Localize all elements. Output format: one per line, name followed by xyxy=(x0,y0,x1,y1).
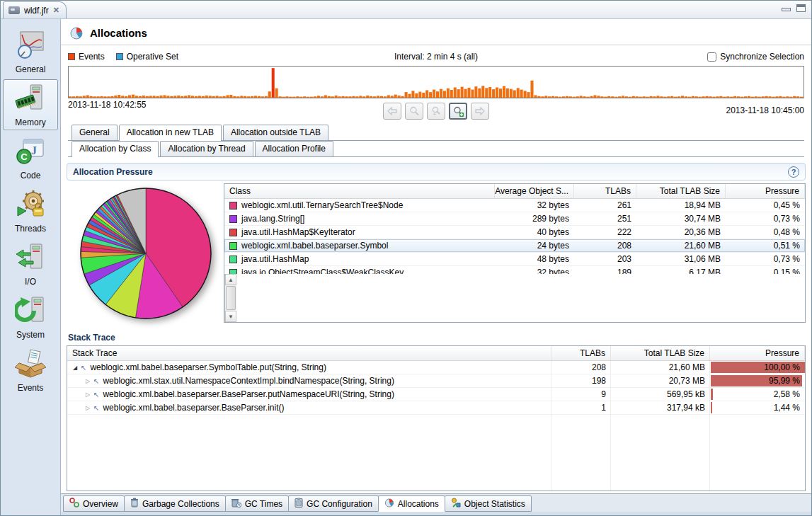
view-tab-label: Garbage Collections xyxy=(142,499,219,509)
sidebar-item-threads[interactable]: Threads xyxy=(3,185,58,236)
help-icon[interactable]: ? xyxy=(788,166,799,178)
class-cell: java.util.HashMap$KeyIterator xyxy=(224,226,495,239)
stack-trace-row[interactable]: ◢↖weblogic.xml.babel.baseparser.SymbolTa… xyxy=(67,361,805,374)
class-color-swatch xyxy=(229,269,237,275)
tab-allocation-in-new-tlab[interactable]: Allocation in new TLAB xyxy=(119,125,222,141)
legend-operative-set: Operative Set xyxy=(116,52,178,62)
stack-frame-icon: ↖ xyxy=(93,391,99,399)
pressure-bar xyxy=(711,402,712,413)
subtab-allocation-by-class[interactable]: Allocation by Class xyxy=(72,141,159,157)
avg-object-size-cell: 24 bytes xyxy=(495,239,574,252)
nav-forward-button[interactable] xyxy=(471,103,489,120)
scroll-down-icon[interactable]: ▼ xyxy=(225,311,236,322)
table-row[interactable]: java.util.HashMap48 bytes20331,06 MB0,73… xyxy=(224,253,805,266)
sidebar-item-general[interactable]: General xyxy=(3,26,58,77)
allocation-pie-chart[interactable] xyxy=(74,183,224,327)
sidebar-item-code[interactable]: JCCode xyxy=(3,132,58,183)
sidebar-item-events[interactable]: Events xyxy=(3,345,58,396)
synchronize-selection-label: Synchronize Selection xyxy=(720,52,804,62)
tree-collapsed-icon[interactable]: ▷ xyxy=(84,405,91,411)
tlabs-cell: 9 xyxy=(551,388,611,401)
column-header-total-tlab-size[interactable]: Total TLAB Size xyxy=(636,184,726,198)
nav-back-button[interactable] xyxy=(383,103,401,120)
overview-tab-icon xyxy=(69,498,79,510)
total-tlab-size-cell: 6,17 MB xyxy=(636,266,726,274)
view-tab-gcconfig[interactable]: GC Configuration xyxy=(288,495,379,512)
minimize-view-icon[interactable] xyxy=(782,8,791,11)
total-tlab-size-cell: 21,60 MB xyxy=(611,361,710,374)
column-header-tlabs[interactable]: TLABs xyxy=(574,184,636,198)
method-cell: ▷↖weblogic.xml.babel.baseparser.BasePars… xyxy=(67,388,551,401)
column-header-average-object-s-[interactable]: Average Object S... xyxy=(495,184,574,198)
class-color-swatch xyxy=(229,202,237,210)
sidebar-item-system[interactable]: System xyxy=(3,292,58,343)
zoom-selection-button[interactable] xyxy=(427,103,445,120)
sidebar-item-io[interactable]: I/O xyxy=(3,239,58,289)
timeline-start-timestamp: 2013-11-18 10:42:55 xyxy=(68,100,147,110)
tree-expanded-icon[interactable]: ◢ xyxy=(72,365,79,371)
column-header-class[interactable]: Class xyxy=(224,184,495,198)
table-row[interactable]: weblogic.xml.babel.baseparser.Symbol24 b… xyxy=(224,239,805,253)
total-tlab-size-cell: 569,95 kB xyxy=(611,388,710,401)
editor-tab-title: wldf.jfr xyxy=(24,6,49,16)
stack-trace-row[interactable]: ▷↖weblogic.xml.babel.baseparser.BasePars… xyxy=(67,401,805,415)
navigation-sidebar: GeneralMemoryJCCodeThreadsI/OSystemEvent… xyxy=(1,19,61,515)
objstats-tab-icon xyxy=(451,498,461,510)
subtab-allocation-profile[interactable]: Allocation Profile xyxy=(255,141,333,156)
stack-trace-title: Stack Trace xyxy=(67,327,806,345)
table-row[interactable]: weblogic.xml.util.TernarySearchTree$Node… xyxy=(224,199,805,212)
view-tab-gctimes[interactable]: GC Times xyxy=(225,495,289,512)
editor-tab-bar: wldf.jfr ✕ xyxy=(1,1,811,19)
timeline-chart[interactable] xyxy=(68,66,804,98)
st-column-header-pressure[interactable]: Pressure xyxy=(710,346,805,360)
zoom-out-button[interactable] xyxy=(405,103,423,120)
view-tab-objstats[interactable]: Object Statistics xyxy=(445,495,532,512)
tree-collapsed-icon[interactable]: ▷ xyxy=(84,378,91,384)
vertical-scrollbar[interactable]: ▲ ▼ xyxy=(224,274,236,322)
editor-tab-wldf[interactable]: wldf.jfr ✕ xyxy=(3,1,67,18)
svg-text:J: J xyxy=(31,144,37,156)
tree-collapsed-icon[interactable]: ▷ xyxy=(84,391,91,398)
view-tab-label: Object Statistics xyxy=(464,499,525,509)
subtab-allocation-by-thread[interactable]: Allocation by Thread xyxy=(160,141,253,156)
table-row[interactable]: java.util.HashMap$KeyIterator40 bytes222… xyxy=(224,226,805,239)
view-tab-gc[interactable]: Garbage Collections xyxy=(124,495,226,512)
timeline-nav-buttons xyxy=(383,103,489,120)
tab-allocation-outside-tlab[interactable]: Allocation outside TLAB xyxy=(223,125,328,140)
threads-icon xyxy=(15,190,46,222)
scroll-up-icon[interactable]: ▲ xyxy=(225,274,236,285)
tlabs-cell: 222 xyxy=(574,226,636,239)
sidebar-item-memory[interactable]: Memory xyxy=(3,79,58,130)
total-tlab-size-cell: 30,74 MB xyxy=(636,212,726,225)
allocation-pressure-title: Allocation Pressure xyxy=(73,167,153,177)
allocation-pressure-section: Allocation Pressure ? ClassAverage Objec… xyxy=(67,163,806,491)
maximize-view-icon[interactable] xyxy=(796,4,806,12)
code-icon: JC xyxy=(15,137,46,168)
class-color-swatch xyxy=(229,242,237,250)
st-column-header-total-tlab-size[interactable]: Total TLAB Size xyxy=(611,346,710,360)
total-tlab-size-cell: 18,94 MB xyxy=(636,199,726,212)
zoom-in-button[interactable] xyxy=(449,103,467,120)
tab-general[interactable]: General xyxy=(72,125,118,140)
scrollbar-thumb[interactable] xyxy=(226,286,236,310)
close-icon[interactable]: ✕ xyxy=(53,6,59,15)
tlabs-cell: 189 xyxy=(574,266,636,274)
stack-trace-row[interactable]: ▷↖weblogic.xml.stax.util.NamespaceContex… xyxy=(67,374,805,388)
st-column-header-stack-trace[interactable]: Stack Trace xyxy=(67,346,551,360)
sidebar-item-label: Memory xyxy=(15,117,45,127)
synchronize-selection-checkbox[interactable] xyxy=(707,52,716,62)
st-column-header-tlabs[interactable]: TLABs xyxy=(551,346,611,360)
sidebar-item-label: Events xyxy=(18,383,44,393)
view-tab-label: GC Configuration xyxy=(307,499,372,509)
stack-trace-row[interactable]: ▷↖weblogic.xml.babel.baseparser.BasePars… xyxy=(67,388,805,401)
table-row[interactable]: java.io.ObjectStreamClass$WeakClassKey32… xyxy=(224,266,805,274)
method-cell: ▷↖weblogic.xml.stax.util.NamespaceContex… xyxy=(67,374,551,387)
timeline-end-timestamp: 2013-11-18 10:45:00 xyxy=(726,105,804,115)
events-icon xyxy=(15,349,46,381)
column-header-pressure[interactable]: Pressure xyxy=(726,184,805,198)
view-tab-allocations[interactable]: Allocations xyxy=(378,495,445,512)
view-tab-overview[interactable]: Overview xyxy=(63,495,125,512)
table-row[interactable]: java.lang.String[]289 bytes25130,74 MB0,… xyxy=(224,212,805,226)
stack-frame-icon: ↖ xyxy=(81,364,86,372)
view-tab-label: Allocations xyxy=(398,499,439,509)
